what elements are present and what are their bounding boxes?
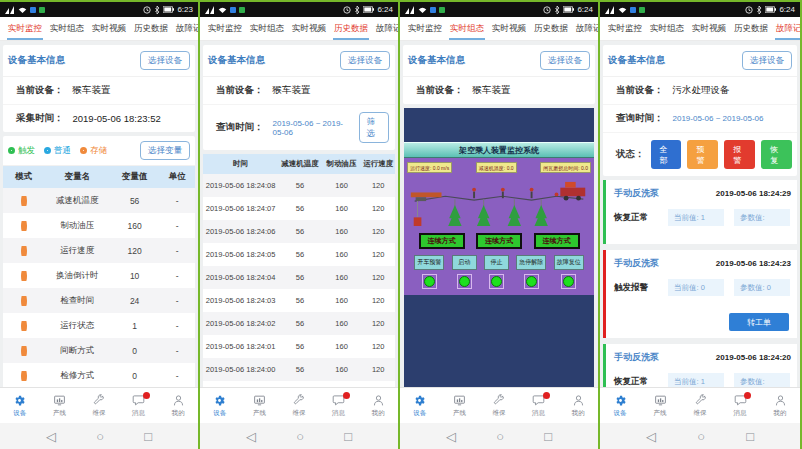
status-filter-chip[interactable]: 恢复 (761, 140, 792, 169)
indicator-lamp-button[interactable] (489, 274, 504, 289)
filter-button[interactable]: 筛选 (359, 112, 389, 143)
tab[interactable]: 实时组态 (248, 17, 286, 40)
notification-icon (639, 7, 645, 13)
tab[interactable]: 故障记录 (574, 17, 598, 40)
nav-item-line[interactable]: 产线 (240, 388, 280, 423)
alarm-variable-name: 手动反洗泵 (614, 187, 659, 200)
query-time-label: 查询时间： (616, 112, 664, 125)
tab[interactable]: 故障记录 (374, 17, 398, 40)
recents-icon[interactable]: □ (344, 430, 352, 443)
home-icon[interactable]: ○ (96, 430, 104, 443)
back-icon[interactable]: ◁ (446, 430, 456, 443)
wifi-icon (418, 6, 427, 14)
bar-chart-icon (654, 394, 667, 407)
nav-item-messages[interactable]: 消息 (319, 388, 359, 423)
recents-icon[interactable]: □ (544, 430, 552, 443)
recents-icon[interactable]: □ (144, 430, 152, 443)
nav-item-maintenance[interactable]: 维保 (680, 388, 720, 423)
nav-item-profile[interactable]: 我的 (558, 388, 598, 423)
tab[interactable]: 实时监控 (6, 17, 44, 40)
tab[interactable]: 实时视频 (690, 17, 728, 40)
device-info-card: 设备基本信息 选择设备 当前设备： 猴车装置 (403, 45, 595, 104)
control-button[interactable]: 故障复位 (554, 255, 584, 270)
status-filter-chip[interactable]: 报警 (724, 140, 755, 169)
battery-icon (163, 6, 174, 13)
screen-fault-records: 6:24 实时监控实时组态实时视频历史数据故障记录远程控制 设备基本信息 选择设… (600, 0, 802, 449)
person-icon (372, 394, 385, 407)
tab[interactable]: 故障记录 (174, 17, 198, 40)
scada-title: 架空乘人装置监控系统 (404, 142, 594, 158)
nav-item-line[interactable]: 产线 (640, 388, 680, 423)
table-row: 2019-05-06 18:24:03 56 160 120 (203, 289, 395, 312)
device-info-card: 设备基本信息 选择设备 当前设备： 猴车装置 查询时间： 2019-05-06 … (203, 45, 395, 150)
back-icon[interactable]: ◁ (646, 430, 656, 443)
home-icon[interactable]: ○ (296, 430, 304, 443)
status-filter-chip[interactable]: 预警 (687, 140, 718, 169)
notification-icon (430, 7, 436, 13)
nav-item-messages[interactable]: 消息 (119, 388, 159, 423)
control-button[interactable]: 停止 (484, 255, 509, 270)
nav-item-device[interactable]: 设备 (200, 388, 240, 423)
tab[interactable]: 实时组态 (448, 17, 486, 40)
tab[interactable]: 实时监控 (406, 17, 444, 40)
indicator-lamp-button[interactable] (422, 274, 437, 289)
nav-item-profile[interactable]: 我的 (158, 388, 198, 423)
nav-item-messages[interactable]: 消息 (720, 388, 760, 423)
nav-item-messages[interactable]: 消息 (519, 388, 559, 423)
tab[interactable]: 故障记录 (774, 17, 800, 40)
device-value: 猴车装置 (473, 84, 511, 97)
select-device-button[interactable]: 选择设备 (540, 51, 590, 70)
select-variable-button[interactable]: 选择变量 (140, 141, 190, 160)
current-value-pill: 当前值: 0 (668, 279, 724, 296)
select-device-button[interactable]: 选择设备 (140, 51, 190, 70)
tab[interactable]: 实时视频 (290, 17, 328, 40)
recents-icon[interactable]: □ (746, 430, 754, 443)
back-icon[interactable]: ◁ (246, 430, 256, 443)
nav-item-line[interactable]: 产线 (440, 388, 480, 423)
table-row: 制动油压 160 - (3, 213, 195, 238)
nav-item-profile[interactable]: 我的 (760, 388, 800, 423)
home-icon[interactable]: ○ (697, 430, 705, 443)
signal-icon (5, 6, 15, 14)
select-device-button[interactable]: 选择设备 (742, 51, 792, 70)
nav-item-device[interactable]: 设备 (400, 388, 440, 423)
tab[interactable]: 实时视频 (90, 17, 128, 40)
nav-item-device[interactable]: 设备 (600, 388, 640, 423)
tab[interactable]: 实时视频 (490, 17, 528, 40)
tab[interactable]: 实时监控 (606, 17, 644, 40)
nav-item-line[interactable]: 产线 (40, 388, 80, 423)
notification-icon (39, 7, 45, 13)
table-row: 2019-05-06 18:24:01 56 160 120 (203, 335, 395, 358)
nav-item-maintenance[interactable]: 维保 (79, 388, 119, 423)
bluetooth-icon (354, 6, 360, 14)
alarm-time: 2019-05-06 18:24:23 (716, 259, 791, 268)
control-button[interactable]: 急停解除 (516, 255, 546, 270)
nav-item-maintenance[interactable]: 维保 (279, 388, 319, 423)
nav-item-device[interactable]: 设备 (0, 388, 40, 423)
indicator-lamp-button[interactable] (457, 274, 472, 289)
back-icon[interactable]: ◁ (46, 430, 56, 443)
mode-dot-icon (8, 147, 15, 154)
create-ticket-button[interactable]: 转工单 (729, 313, 789, 331)
tab[interactable]: 历史数据 (332, 17, 370, 40)
lamp-icon (491, 276, 502, 287)
tab[interactable]: 实时监控 (206, 17, 244, 40)
nav-item-profile[interactable]: 我的 (358, 388, 398, 423)
tab[interactable]: 历史数据 (532, 17, 570, 40)
indicator-lamp-button[interactable] (524, 274, 539, 289)
tab[interactable]: 实时组态 (648, 17, 686, 40)
alarm-card: 手动反洗泵 2019-05-06 18:24:20 恢复正常 当前值: 1 参数… (603, 344, 797, 387)
status-filter-chip[interactable]: 全部 (651, 140, 682, 169)
tab[interactable]: 历史数据 (132, 17, 170, 40)
home-icon[interactable]: ○ (496, 430, 504, 443)
control-button[interactable]: 开车预警 (414, 255, 444, 270)
tab[interactable]: 实时组态 (48, 17, 86, 40)
nav-item-maintenance[interactable]: 维保 (479, 388, 519, 423)
select-device-button[interactable]: 选择设备 (340, 51, 390, 70)
wrench-icon (694, 394, 707, 407)
signal-icon (405, 6, 415, 14)
tab[interactable]: 历史数据 (732, 17, 770, 40)
indicator-lamp-button[interactable] (561, 274, 576, 289)
control-button[interactable]: 启动 (452, 255, 477, 270)
screen-history-data: 6:24 实时监控实时组态实时视频历史数据故障记录远程控制 设备基本信息 选择设… (200, 0, 400, 449)
